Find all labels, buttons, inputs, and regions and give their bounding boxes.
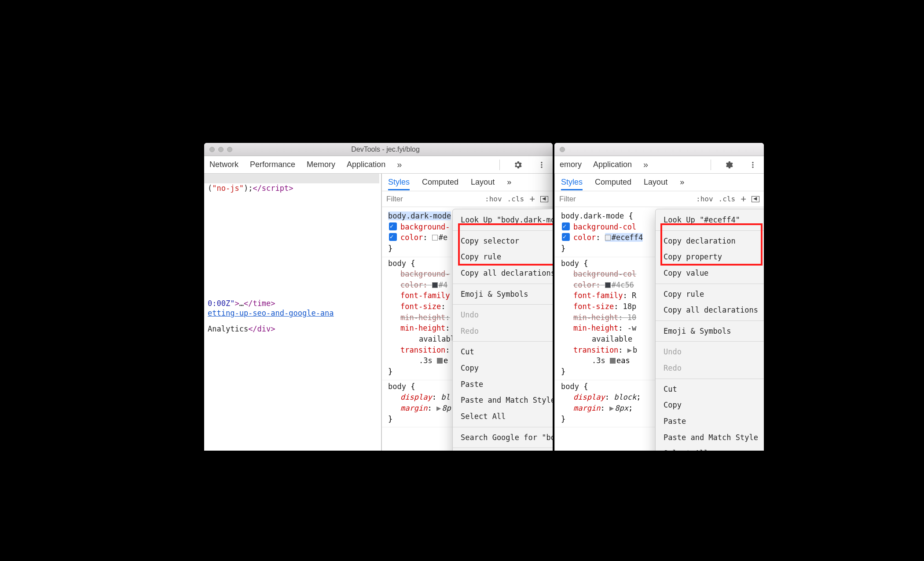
tab-styles[interactable]: Styles [388,178,410,190]
ctx-select-all[interactable]: Select All [453,408,553,425]
tab-computed[interactable]: Computed [595,178,631,187]
ctx-redo: Redo [656,360,764,376]
ctx-emoji[interactable]: Emoji & Symbols [453,286,553,302]
ctx-copy-rule[interactable]: Copy rule [453,249,553,265]
css-selector[interactable]: body [561,259,579,268]
easing-icon[interactable] [610,358,616,364]
divider [499,160,500,170]
context-menu: Look Up "body.dark-mode" Copy selector C… [452,209,553,451]
source-line[interactable]: Analytics</div> [204,324,379,334]
styles-pane: Styles Computed Layout » :hov .cls + blo… [381,174,553,451]
ctx-paste-match-style[interactable]: Paste and Match Style [656,430,764,446]
gear-icon[interactable] [722,158,736,171]
window-titlebar [554,143,764,156]
tab-application[interactable]: Application [347,160,385,169]
styles-rules: blog:1 body.dark-mode { background- colo… [382,207,553,451]
source-line[interactable]: ("no-js");</script> [204,183,379,193]
source-line[interactable]: etting-up-seo-and-google-ana [204,308,379,318]
traffic-lights[interactable] [209,147,232,152]
more-tabs-icon[interactable]: » [680,178,684,187]
more-tabs-icon[interactable]: » [643,160,648,170]
easing-icon[interactable] [437,358,443,364]
ctx-cut[interactable]: Cut [656,381,764,397]
color-swatch-icon[interactable] [605,282,611,288]
close-dot[interactable] [209,147,215,152]
ctx-cut[interactable]: Cut [453,344,553,360]
ctx-select-all[interactable]: Select All [656,445,764,451]
svg-point-0 [541,162,542,163]
ctx-copy[interactable]: Copy [453,360,553,376]
close-dot[interactable] [560,147,565,152]
tab-performance[interactable]: Performance [250,160,295,169]
cls-toggle[interactable]: .cls [507,195,524,203]
selected-dom-node[interactable] [204,174,379,183]
color-swatch-icon[interactable] [432,282,438,288]
more-tabs-icon[interactable]: » [397,160,402,170]
gear-icon[interactable] [511,158,524,171]
ctx-copy-all-decls[interactable]: Copy all declarations [453,265,553,281]
styles-pane: Styles Computed Layout » :hov .cls + blo… [554,174,764,451]
hov-toggle[interactable]: :hov [696,195,713,203]
svg-point-1 [541,164,542,165]
svg-point-5 [752,166,753,168]
context-menu: Look Up "#eceff4" Copy declaration Copy … [655,209,764,451]
zoom-dot[interactable] [227,147,232,152]
add-icon[interactable]: + [529,194,535,204]
more-vertical-icon[interactable] [536,158,547,171]
panel-toggle-icon[interactable] [752,196,759,202]
color-swatch-icon[interactable] [605,235,611,240]
tab-memory[interactable]: Memory [307,160,335,169]
styles-filter-input[interactable] [559,195,691,204]
ctx-emoji[interactable]: Emoji & Symbols [656,323,764,339]
more-tabs-icon[interactable]: » [507,178,511,187]
css-selector[interactable]: body [561,382,579,391]
ctx-copy-selector[interactable]: Copy selector [453,233,553,249]
color-swatch-icon[interactable] [432,235,438,240]
ctx-copy-rule[interactable]: Copy rule [656,286,764,302]
ctx-copy-declaration[interactable]: Copy declaration [656,233,764,249]
panel-toggle-icon[interactable] [540,196,548,202]
devtools-window-right: emory Application » Styles Computed Layo… [554,143,764,451]
divider [711,160,711,170]
ctx-lookup[interactable]: Look Up "#eceff4" [656,212,764,228]
checkbox-icon[interactable] [562,233,570,241]
minimize-dot[interactable] [218,147,224,152]
tab-application[interactable]: Application [593,160,632,169]
hov-toggle[interactable]: :hov [485,195,502,203]
styles-rules: blog:1 body.dark-mode { background-col c… [555,207,764,451]
checkbox-icon[interactable] [562,222,570,230]
ctx-copy[interactable]: Copy [656,397,764,413]
ctx-redo: Redo [453,323,553,339]
ctx-language-settings[interactable]: Language Settings [453,450,553,451]
ctx-paste-match-style[interactable]: Paste and Match Style [453,392,553,408]
styles-filter-input[interactable] [386,195,480,204]
cls-toggle[interactable]: .cls [719,195,736,203]
ctx-copy-value[interactable]: Copy value [656,265,764,281]
tab-computed[interactable]: Computed [422,178,458,187]
ctx-paste[interactable]: Paste [453,376,553,393]
add-icon[interactable]: + [741,194,746,204]
ctx-undo: Undo [656,344,764,360]
ctx-lookup[interactable]: Look Up "body.dark-mode" [453,212,553,228]
tab-memory-fragment[interactable]: emory [560,160,582,169]
css-selector[interactable]: body.dark-mode [388,211,451,220]
traffic-lights[interactable] [560,147,565,152]
styles-filterbar: :hov .cls + [382,191,553,207]
ctx-search-google[interactable]: Search Google for "body.da [453,430,553,446]
css-selector[interactable]: body [388,259,406,268]
more-vertical-icon[interactable] [747,158,759,171]
ctx-paste[interactable]: Paste [656,413,764,430]
source-line[interactable]: 0:00Z">…</time> [204,299,379,308]
css-selector[interactable]: body [388,382,406,391]
tab-network[interactable]: Network [209,160,238,169]
devtools-window-left: DevTools - jec.fyi/blog Network Performa… [204,143,553,451]
ctx-copy-property[interactable]: Copy property [656,249,764,265]
tab-layout[interactable]: Layout [644,178,667,187]
styles-tabs: Styles Computed Layout » [555,174,764,191]
checkbox-icon[interactable] [389,233,397,241]
tab-layout[interactable]: Layout [471,178,495,187]
tab-styles[interactable]: Styles [561,178,583,190]
checkbox-icon[interactable] [389,222,397,230]
css-selector[interactable]: body.dark-mode [561,211,624,220]
ctx-copy-all-decls[interactable]: Copy all declarations [656,302,764,318]
